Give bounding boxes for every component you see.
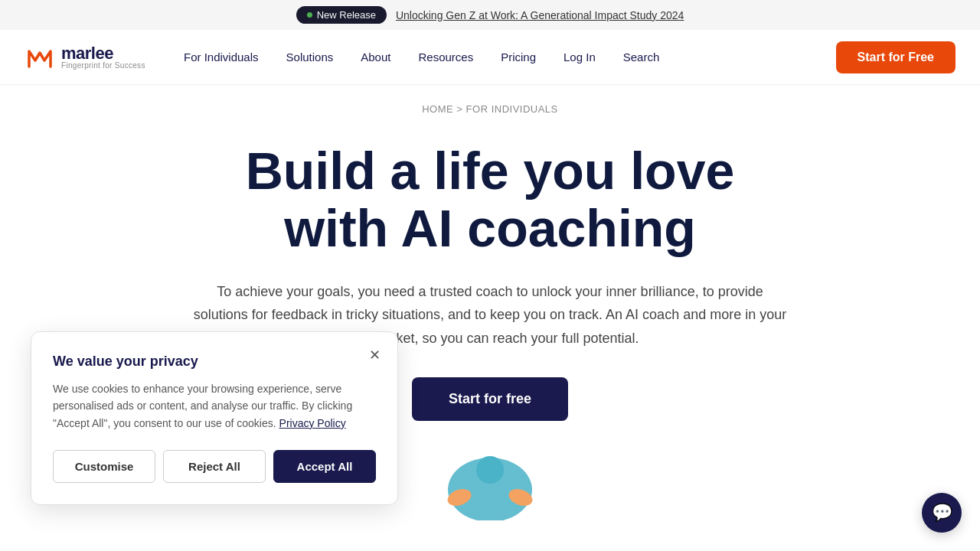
logo-tagline: Fingerprint for Success <box>61 62 145 70</box>
cookie-title: We value your privacy <box>53 354 376 370</box>
chat-widget[interactable]: 💬 <box>922 493 962 533</box>
cookie-banner: ✕ We value your privacy We use cookies t… <box>31 331 398 505</box>
hero-title-line1: Build a life you love <box>246 142 735 200</box>
cookie-privacy-link[interactable]: Privacy Policy <box>279 417 346 429</box>
cookie-customise-button[interactable]: Customise <box>53 450 155 483</box>
hero-figure <box>436 452 544 520</box>
breadcrumb-home[interactable]: HOME <box>422 103 453 115</box>
svg-point-2 <box>476 456 504 484</box>
top-banner: New Release Unlocking Gen Z at Work: A G… <box>0 0 980 30</box>
nav-item-search[interactable]: Search <box>611 44 672 70</box>
cookie-reject-button[interactable]: Reject All <box>163 450 266 483</box>
cookie-body: We use cookies to enhance your browsing … <box>53 380 376 432</box>
new-release-badge: New Release <box>296 6 387 24</box>
logo-icon <box>24 42 55 73</box>
chat-icon: 💬 <box>932 503 952 523</box>
nav-item-resources[interactable]: Resources <box>406 44 485 70</box>
nav-item-login[interactable]: Log In <box>551 44 608 70</box>
hero-cta-button[interactable]: Start for free <box>412 377 568 421</box>
nav-item-about[interactable]: About <box>348 44 403 70</box>
main-nav: For Individuals Solutions About Resource… <box>172 44 824 70</box>
header: marlee Fingerprint for Success For Indiv… <box>0 30 980 85</box>
nav-item-solutions[interactable]: Solutions <box>274 44 346 70</box>
cookie-close-button[interactable]: ✕ <box>364 344 385 366</box>
nav-item-pricing[interactable]: Pricing <box>488 44 548 70</box>
cookie-accept-button[interactable]: Accept All <box>273 450 376 483</box>
hero-title-line2: with AI coaching <box>284 199 696 257</box>
breadcrumb: HOME > FOR INDIVIDUALS <box>0 85 980 127</box>
nav-item-for-individuals[interactable]: For Individuals <box>172 44 271 70</box>
logo-text: marlee Fingerprint for Success <box>61 45 145 70</box>
breadcrumb-separator: > <box>456 103 462 115</box>
breadcrumb-current: FOR INDIVIDUALS <box>466 103 558 115</box>
banner-link[interactable]: Unlocking Gen Z at Work: A Generational … <box>396 9 684 21</box>
start-for-free-button[interactable]: Start for Free <box>836 41 956 73</box>
logo[interactable]: marlee Fingerprint for Success <box>24 42 147 73</box>
hero-title: Build a life you love with AI coaching <box>153 142 827 257</box>
logo-name: marlee <box>61 45 145 62</box>
cookie-buttons: Customise Reject All Accept All <box>53 450 376 483</box>
